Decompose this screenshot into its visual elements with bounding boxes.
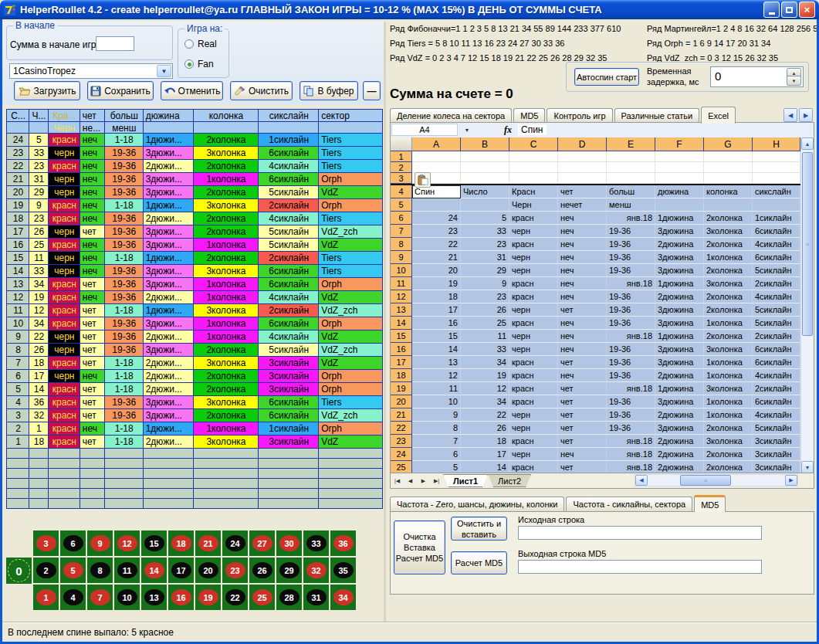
excel-cell[interactable]: 10 [412, 395, 461, 408]
excel-cell[interactable]: 7 [412, 435, 461, 448]
excel-cell[interactable]: 3сиклайн [753, 435, 800, 448]
scroll-up-icon[interactable]: ▲ [801, 137, 814, 150]
excel-column-header-E[interactable]: E [607, 137, 655, 151]
roulette-cell-16[interactable]: 16 [168, 585, 194, 610]
formula-input[interactable]: Спин [518, 124, 547, 135]
sheet-next-icon[interactable]: ▶ [417, 475, 430, 487]
excel-cell[interactable]: красн [509, 356, 558, 369]
excel-cell[interactable]: 17 [412, 303, 461, 317]
excel-row-header-8[interactable]: 8 [391, 238, 412, 251]
excel-cell[interactable]: 11 [461, 330, 509, 343]
excel-cell[interactable]: 34 [461, 395, 509, 408]
roulette-cell-3[interactable]: 3 [33, 530, 59, 556]
excel-cell[interactable]: 3сиклайн [753, 461, 800, 473]
excel-cell[interactable]: янв.18 [607, 435, 655, 448]
roulette-cell-14[interactable]: 14 [141, 558, 167, 583]
excel-cell[interactable] [753, 151, 800, 162]
md5-output-input[interactable] [518, 560, 762, 574]
excel-cell[interactable]: янв.18 [607, 212, 655, 225]
excel-cell[interactable]: 19-36 [607, 356, 655, 369]
excel-cell[interactable]: 18 [412, 290, 461, 303]
roulette-cell-27[interactable]: 27 [249, 530, 275, 556]
roulette-cell-10[interactable]: 10 [114, 585, 140, 610]
collapse-button[interactable]: — [363, 81, 381, 100]
excel-cell[interactable] [412, 198, 461, 212]
excel-cell[interactable]: 2колонка [704, 290, 753, 303]
excel-cell[interactable]: черн [509, 330, 558, 343]
excel-cell[interactable]: 2колонка [704, 212, 753, 225]
excel-cell[interactable] [753, 162, 800, 173]
excel-cell[interactable]: неч [558, 264, 607, 277]
excel-column-header-G[interactable]: G [704, 137, 753, 151]
excel-cell[interactable]: чет [558, 382, 607, 395]
excel-cell[interactable]: 1дюжина [655, 277, 704, 290]
clear-paste-calc-md5-button[interactable]: Очистка Вставка Расчет MD5 [394, 520, 445, 575]
excel-row-header-10[interactable]: 10 [391, 264, 412, 277]
excel-cell[interactable]: 19-36 [607, 422, 655, 435]
excel-cell[interactable]: красн [509, 290, 558, 303]
excel-cell[interactable]: неч [558, 343, 607, 356]
sheet-tab-лист2[interactable]: Лист2 [488, 474, 531, 487]
excel-cell[interactable]: 1сиклайн [753, 212, 800, 225]
excel-cell[interactable]: 2дюжина [655, 238, 704, 251]
to-buffer-button[interactable]: В буфер [300, 81, 358, 100]
excel-cell[interactable]: 26 [461, 303, 509, 317]
roulette-cell-36[interactable]: 36 [330, 530, 356, 556]
excel-cell[interactable]: 34 [461, 356, 509, 369]
roulette-cell-4[interactable]: 4 [60, 585, 86, 610]
scroll-right-icon[interactable]: ▶ [785, 475, 797, 486]
excel-cell[interactable]: черн [509, 251, 558, 264]
excel-cell[interactable]: 1колонка [704, 408, 753, 422]
excel-corner-cell[interactable] [391, 137, 412, 151]
excel-cell[interactable]: красн [509, 317, 558, 330]
excel-cell[interactable]: 3дюжина [655, 225, 704, 238]
excel-cell[interactable]: 5сиклайн [753, 303, 800, 317]
excel-row-header-22[interactable]: 22 [391, 422, 412, 435]
excel-row-header-5[interactable]: 5 [391, 198, 412, 212]
roulette-cell-11[interactable]: 11 [114, 558, 140, 583]
excel-cell[interactable]: 19-36 [607, 251, 655, 264]
excel-cell[interactable]: 4сиклайн [753, 408, 800, 422]
excel-cell[interactable]: 1колонка [704, 395, 753, 408]
roulette-cell-20[interactable]: 20 [195, 558, 221, 583]
excel-row-header-23[interactable]: 23 [391, 435, 412, 448]
roulette-cell-21[interactable]: 21 [195, 530, 221, 556]
excel-cell[interactable]: янв.18 [607, 330, 655, 343]
excel-cell[interactable]: 33 [461, 343, 509, 356]
excel-cell[interactable]: 5сиклайн [753, 317, 800, 330]
excel-row-header-25[interactable]: 25 [391, 461, 412, 473]
radio-option-real[interactable]: Real [184, 39, 217, 49]
excel-cell[interactable]: чет [558, 395, 607, 408]
excel-cell[interactable]: чет [558, 461, 607, 473]
excel-cell[interactable]: 19 [461, 369, 509, 382]
roulette-cell-32[interactable]: 32 [303, 558, 329, 583]
excel-cell[interactable]: чет [558, 303, 607, 317]
excel-cell[interactable]: 2дюжина [655, 408, 704, 422]
excel-cell[interactable] [655, 173, 704, 184]
excel-cell[interactable]: 19 [412, 277, 461, 290]
excel-cell[interactable]: 3дюжина [655, 422, 704, 435]
excel-cell[interactable]: 3дюжина [655, 343, 704, 356]
excel-cell[interactable]: янв.18 [607, 277, 655, 290]
source-string-input[interactable] [518, 526, 762, 540]
roulette-cell-29[interactable]: 29 [276, 558, 302, 583]
excel-cell[interactable]: 14 [412, 343, 461, 356]
excel-cell[interactable]: черн [509, 343, 558, 356]
excel-cell[interactable]: 4сиклайн [753, 238, 800, 251]
excel-cell[interactable]: 3колонка [704, 382, 753, 395]
roulette-cell-22[interactable]: 22 [222, 585, 248, 610]
excel-row-header-16[interactable]: 16 [391, 343, 412, 356]
excel-cell[interactable]: 3дюжина [655, 317, 704, 330]
excel-cell[interactable] [704, 173, 753, 184]
excel-cell[interactable] [461, 198, 509, 212]
undo-button[interactable]: Отменить [161, 81, 223, 100]
excel-cell[interactable]: 9 [412, 408, 461, 422]
excel-cell[interactable]: 6сиклайн [753, 251, 800, 264]
excel-cell[interactable]: 14 [461, 461, 509, 473]
excel-cell[interactable]: 20 [412, 264, 461, 277]
excel-vertical-scrollbar[interactable]: ▲ ≡ ▼ [800, 137, 814, 473]
excel-row-header-21[interactable]: 21 [391, 408, 412, 422]
roulette-cell-24[interactable]: 24 [222, 530, 248, 556]
excel-cell[interactable]: 6сиклайн [753, 225, 800, 238]
excel-cell[interactable]: 8 [412, 422, 461, 435]
